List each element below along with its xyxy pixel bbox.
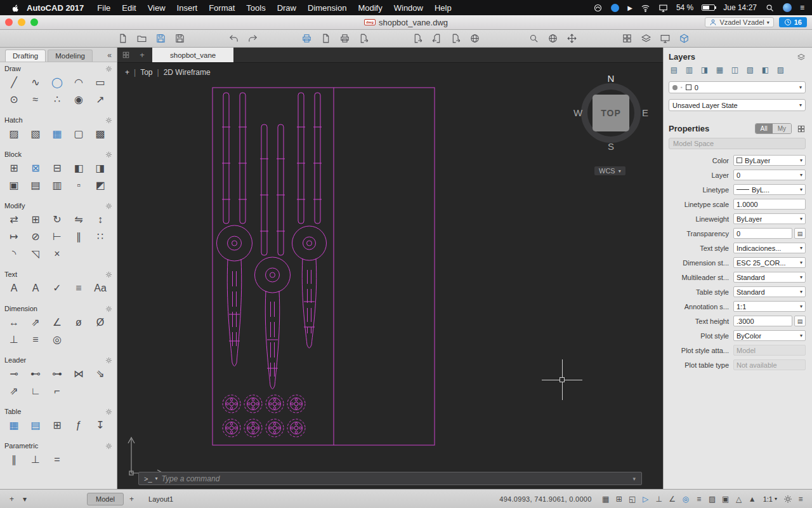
table-edit-icon[interactable]: ▤ — [25, 417, 46, 434]
ordinate-dimension-icon[interactable]: ⊥ — [3, 331, 25, 348]
spotlight-icon[interactable] — [765, 3, 775, 13]
ellipse-icon[interactable]: ⊙ — [3, 91, 25, 108]
document-tab[interactable]: shopbot_vane — [152, 48, 233, 62]
multileader-icon[interactable]: ⊸ — [3, 365, 25, 382]
wifi-icon[interactable] — [641, 3, 650, 13]
donut-icon[interactable]: ◉ — [68, 91, 89, 108]
new-file-button[interactable] — [113, 31, 132, 46]
grid-display-icon[interactable]: ▦ — [599, 493, 612, 505]
gear-icon[interactable] — [105, 305, 112, 312]
stretch-icon[interactable]: ↦ — [3, 228, 25, 245]
extend-icon[interactable]: ⊢ — [46, 228, 68, 245]
annotation-scale-dropdown[interactable]: 1:1 ▾ — [759, 495, 782, 503]
trial-timer-badge[interactable]: 16 — [779, 17, 807, 27]
baseline-dimension-icon[interactable]: ≡ — [25, 331, 46, 348]
insert-block-icon[interactable]: ⊞ — [3, 159, 25, 177]
command-history-button[interactable]: ▾ — [627, 476, 641, 482]
app-menu-title[interactable]: AutoCAD 2017 — [27, 3, 84, 13]
gear-icon[interactable] — [105, 271, 112, 278]
previous-layer-icon[interactable]: ▨ — [773, 64, 788, 76]
compass-west[interactable]: W — [573, 107, 582, 118]
property-value-control[interactable]: Standard ▾ — [733, 272, 806, 283]
selection-context[interactable]: Model Space — [669, 138, 806, 149]
trim-icon[interactable]: ⊘ — [25, 228, 46, 245]
rectangle-icon[interactable]: ▭ — [89, 74, 111, 91]
gradient-icon[interactable]: ▦ — [46, 125, 68, 142]
filter-all-button[interactable]: All — [756, 124, 773, 133]
center-mark-icon[interactable]: ◎ — [46, 331, 68, 348]
offset-icon[interactable]: ∥ — [68, 228, 89, 245]
manage-attributes-icon[interactable]: ▤ — [25, 177, 46, 194]
table-icon[interactable]: ▦ — [3, 417, 25, 434]
diameter-dimension-icon[interactable]: Ø — [89, 314, 111, 331]
array-icon[interactable]: ∷ — [89, 228, 111, 245]
move-icon[interactable]: ⇄ — [3, 211, 25, 228]
find-button[interactable] — [524, 31, 543, 46]
section-title[interactable]: Draw — [4, 65, 21, 72]
property-value-control[interactable]: 0 ▾ — [733, 228, 792, 239]
layout1-tab[interactable]: Layout1 — [140, 493, 182, 505]
open-file-button[interactable] — [132, 31, 151, 46]
sync-attributes-icon[interactable]: ▥ — [46, 177, 68, 194]
layer-state-selector[interactable]: Unsaved Layer State ▾ — [669, 99, 806, 111]
property-value-control[interactable]: ByLayer ▾ — [733, 155, 806, 166]
radius-dimension-icon[interactable]: ø — [68, 314, 89, 331]
page-setup-button[interactable] — [335, 31, 354, 46]
arc-icon[interactable]: ◠ — [68, 74, 89, 91]
section-title[interactable]: Modify — [4, 202, 25, 210]
circle-icon[interactable]: ◯ — [46, 74, 68, 91]
property-value-control[interactable]: Indicaciones... ▾ — [733, 243, 806, 253]
ray-icon[interactable]: ↗ — [89, 91, 111, 108]
menu-item[interactable]: File — [91, 3, 116, 13]
collect-leaders-icon[interactable]: ⌐ — [46, 382, 68, 399]
text-style-icon[interactable]: Aa — [89, 279, 111, 297]
section-title[interactable]: Dimension — [4, 305, 37, 312]
export-button[interactable] — [446, 31, 465, 46]
creative-cloud-icon[interactable] — [593, 3, 603, 13]
menu-item[interactable]: Dimension — [302, 3, 352, 13]
tool-sets-button[interactable] — [617, 31, 636, 46]
print-button[interactable] — [297, 31, 316, 46]
menu-item[interactable]: Tools — [240, 3, 271, 13]
section-title[interactable]: Block — [4, 150, 22, 158]
line-icon[interactable]: ╱ — [3, 74, 25, 91]
tab-drafting[interactable]: Drafting — [5, 50, 46, 62]
edit-block-icon[interactable]: ⊟ — [46, 159, 68, 177]
selection-cycling-icon[interactable]: ▣ — [719, 493, 732, 505]
polar-tracking-icon[interactable]: ∠ — [666, 493, 679, 505]
spline-icon[interactable]: ≈ — [25, 91, 46, 108]
equal-constraint-icon[interactable]: = — [46, 451, 68, 468]
zoom-window-button[interactable] — [30, 18, 38, 26]
gear-icon[interactable] — [105, 443, 112, 450]
property-value-control[interactable]: ByLayer ▾ — [733, 213, 806, 224]
gear-icon[interactable] — [105, 151, 112, 158]
undo-button[interactable] — [224, 31, 243, 46]
property-value-control[interactable]: 1:1 ▾ — [733, 301, 806, 312]
scale-icon[interactable]: ↕ — [89, 211, 111, 228]
palette-add-button[interactable]: + — [5, 495, 18, 504]
section-title[interactable]: Leader — [4, 356, 26, 364]
geolocation-button[interactable] — [543, 31, 562, 46]
property-value-control[interactable]: Not available ▾ — [733, 359, 806, 370]
ortho-mode-icon[interactable]: ⊥ — [653, 493, 665, 505]
redo-button[interactable] — [243, 31, 262, 46]
perpendicular-constraint-icon[interactable]: ⊥ — [25, 451, 46, 468]
app-status-icon[interactable] — [611, 4, 619, 12]
property-value-control[interactable]: ESC 25_COR... ▾ — [733, 257, 806, 268]
menu-clock[interactable]: Jue 14:27 — [723, 3, 757, 12]
autoscale-icon[interactable]: ▲ — [746, 493, 759, 505]
menu-item[interactable]: View — [142, 3, 171, 13]
property-extra-button[interactable]: ▤ — [794, 228, 806, 239]
collapse-palette-button[interactable]: « — [102, 51, 117, 62]
section-title[interactable]: Table — [4, 408, 21, 415]
layer-properties-icon[interactable]: ▤ — [667, 64, 681, 76]
angular-dimension-icon[interactable]: ∠ — [46, 314, 68, 331]
rotate-icon[interactable]: ↻ — [46, 211, 68, 228]
erase-icon[interactable]: × — [46, 245, 68, 262]
point-icon[interactable]: ∴ — [46, 91, 68, 108]
check-spelling-icon[interactable]: ✓ — [46, 279, 68, 297]
customization-menu-icon[interactable]: ≡ — [794, 493, 807, 505]
etransmit-button[interactable] — [408, 31, 427, 46]
solid-fill-icon[interactable]: ▩ — [89, 125, 111, 142]
gear-icon[interactable] — [105, 203, 112, 210]
